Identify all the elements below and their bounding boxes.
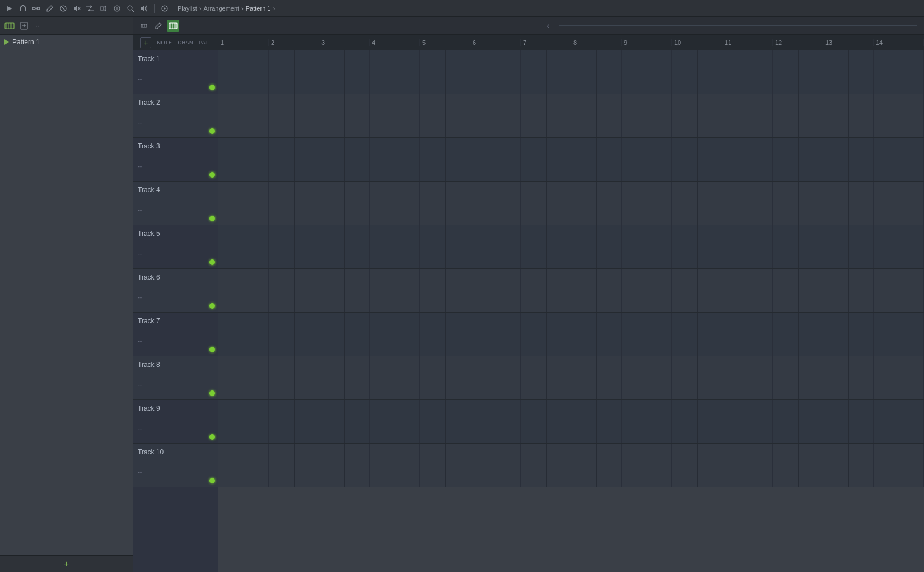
add-track-button[interactable]: +: [140, 37, 151, 48]
grid-cell-r6-c2[interactable]: [269, 269, 319, 312]
grid-cell-r10-c14[interactable]: [874, 444, 924, 487]
track-header-9[interactable]: Track 9 ···: [133, 400, 218, 444]
grid-cell-r9-c4[interactable]: [370, 400, 420, 443]
grid-cell-r1-c14[interactable]: [874, 50, 924, 94]
grid-cell-r1-c4[interactable]: [370, 50, 420, 94]
grid-cell-r7-c11[interactable]: [722, 313, 773, 356]
grid-cell-r1-c3[interactable]: [319, 50, 370, 94]
grid-cell-r4-c10[interactable]: [672, 182, 722, 225]
grid-cell-r10-c5[interactable]: [420, 444, 470, 487]
grid-row-5[interactable]: [218, 225, 924, 269]
grid-cell-r4-c3[interactable]: [319, 182, 370, 225]
grid-cell-r8-c4[interactable]: [370, 356, 420, 399]
note-btn[interactable]: NOTE: [155, 39, 174, 46]
chan-btn[interactable]: CHAN: [175, 39, 195, 46]
grid-cell-r9-c3[interactable]: [319, 400, 370, 443]
grid-cell-r7-c7[interactable]: [521, 313, 571, 356]
grid-cell-r8-c1[interactable]: [218, 356, 269, 399]
track-header-8[interactable]: Track 8 ···: [133, 356, 218, 400]
zoom-icon[interactable]: [125, 3, 136, 13]
grid-cell-r4-c8[interactable]: [571, 182, 622, 225]
grid-cell-r10-c10[interactable]: [672, 444, 722, 487]
grid-cell-r8-c9[interactable]: [622, 356, 672, 399]
grid-cell-r4-c1[interactable]: [218, 182, 269, 225]
grid-cell-r7-c8[interactable]: [571, 313, 622, 356]
grid-cell-r1-c10[interactable]: [672, 50, 722, 94]
pat-btn[interactable]: PAT: [197, 39, 211, 46]
grid-cell-r7-c1[interactable]: [218, 313, 269, 356]
grid-cell-r4-c4[interactable]: [370, 182, 420, 225]
grid-cell-r10-c9[interactable]: [622, 444, 672, 487]
grid-row-10[interactable]: [218, 444, 924, 487]
pencil-icon[interactable]: [45, 3, 55, 13]
grid-cell-r5-c6[interactable]: [470, 225, 521, 268]
grid-cell-r8-c5[interactable]: [420, 356, 470, 399]
grid-cell-r8-c13[interactable]: [823, 356, 874, 399]
grid-cell-r10-c12[interactable]: [773, 444, 823, 487]
grid-cell-r5-c2[interactable]: [269, 225, 319, 268]
grid-cell-r2-c11[interactable]: [722, 94, 773, 137]
grid-cell-r5-c12[interactable]: [773, 225, 823, 268]
grid-cell-r3-c2[interactable]: [269, 138, 319, 181]
grid-cell-r2-c6[interactable]: [470, 94, 521, 137]
track-header-5[interactable]: Track 5 ···: [133, 225, 218, 269]
grid-cell-r6-c9[interactable]: [622, 269, 672, 312]
volume-icon[interactable]: [139, 3, 149, 13]
add-pattern-icon[interactable]: [19, 21, 29, 31]
grid-cell-r9-c6[interactable]: [470, 400, 521, 443]
grid-cell-r10-c11[interactable]: [722, 444, 773, 487]
grid-cell-r2-c14[interactable]: [874, 94, 924, 137]
track-header-3[interactable]: Track 3 ···: [133, 138, 218, 182]
grid-cell-r3-c10[interactable]: [672, 138, 722, 181]
grid-cell-r9-c8[interactable]: [571, 400, 622, 443]
grid-cell-r6-c3[interactable]: [319, 269, 370, 312]
grid-cell-r6-c14[interactable]: [874, 269, 924, 312]
grid-cell-r4-c6[interactable]: [470, 182, 521, 225]
grid-row-2[interactable]: [218, 94, 924, 138]
grid-cell-r1-c6[interactable]: [470, 50, 521, 94]
grid-cell-r7-c6[interactable]: [470, 313, 521, 356]
grid-cell-r2-c7[interactable]: [521, 94, 571, 137]
mute-icon[interactable]: [72, 3, 82, 13]
grid-cell-r2-c3[interactable]: [319, 94, 370, 137]
headphones-icon[interactable]: [18, 3, 28, 13]
grid-cell-r4-c14[interactable]: [874, 182, 924, 225]
grid-cell-r7-c2[interactable]: [269, 313, 319, 356]
grid-cell-r9-c5[interactable]: [420, 400, 470, 443]
grid-cell-r2-c13[interactable]: [823, 94, 874, 137]
pattern-item[interactable]: Pattern 1: [0, 35, 133, 49]
grid-cell-r10-c8[interactable]: [571, 444, 622, 487]
grid-cell-r10-c4[interactable]: [370, 444, 420, 487]
grid-cell-r1-c9[interactable]: [622, 50, 672, 94]
grid-cell-r8-c8[interactable]: [571, 356, 622, 399]
grid-cell-r10-c7[interactable]: [521, 444, 571, 487]
grid-cell-r5-c4[interactable]: [370, 225, 420, 268]
grid-cell-r7-c10[interactable]: [672, 313, 722, 356]
grid-cell-r2-c8[interactable]: [571, 94, 622, 137]
track-header-2[interactable]: Track 2 ···: [133, 94, 218, 138]
grid-cell-r4-c13[interactable]: [823, 182, 874, 225]
grid-cell-r4-c7[interactable]: [521, 182, 571, 225]
grid-cell-r4-c12[interactable]: [773, 182, 823, 225]
grid-cell-r4-c11[interactable]: [722, 182, 773, 225]
grid-cell-r3-c8[interactable]: [571, 138, 622, 181]
grid-cell-r7-c5[interactable]: [420, 313, 470, 356]
grid-cell-r2-c5[interactable]: [420, 94, 470, 137]
grid-cell-r8-c10[interactable]: [672, 356, 722, 399]
grid-cell-r6-c13[interactable]: [823, 269, 874, 312]
piano-icon[interactable]: [4, 21, 15, 31]
grid-cell-r3-c1[interactable]: [218, 138, 269, 181]
grid-cell-r3-c4[interactable]: [370, 138, 420, 181]
add-pattern-button[interactable]: +: [0, 555, 133, 572]
grid-cell-r7-c14[interactable]: [874, 313, 924, 356]
grid-cell-r8-c11[interactable]: [722, 356, 773, 399]
grid-cell-r1-c2[interactable]: [269, 50, 319, 94]
pencil-tool[interactable]: [152, 20, 165, 32]
grid-cell-r5-c10[interactable]: [672, 225, 722, 268]
track-header-6[interactable]: Track 6 ···: [133, 269, 218, 313]
grid-cell-r6-c12[interactable]: [773, 269, 823, 312]
breadcrumb-pattern[interactable]: Pattern 1: [246, 5, 271, 12]
grid-row-7[interactable]: [218, 313, 924, 356]
grid-cell-r5-c13[interactable]: [823, 225, 874, 268]
grid-cell-r9-c9[interactable]: [622, 400, 672, 443]
